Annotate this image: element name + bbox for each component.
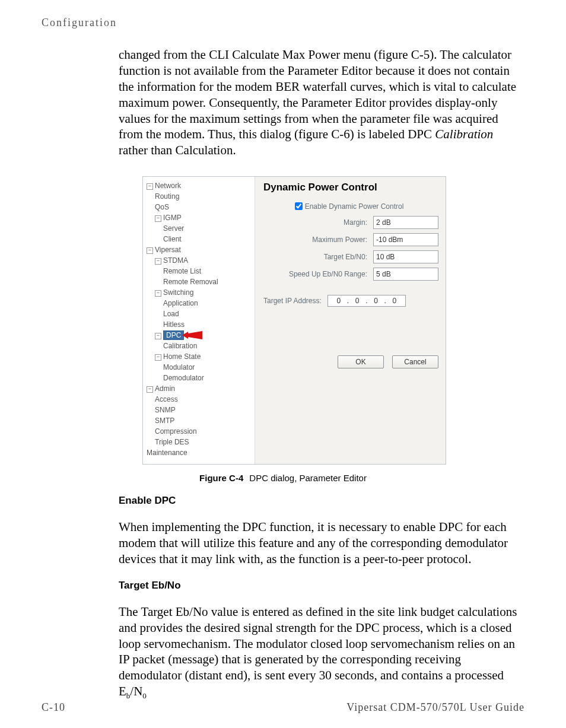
target-ebno-text: The Target Eb/No value is entered as def… (119, 605, 517, 698)
tree-pane: −Network Routing QoS −IGMP Server Client (143, 177, 255, 464)
collapse-icon[interactable]: − (155, 290, 161, 297)
figure-label: Figure C-4 (199, 473, 243, 483)
tree-node-calibration[interactable]: Calibration (163, 341, 252, 351)
tree-node-remote-removal[interactable]: Remote Removal (163, 276, 252, 287)
target-ebno-paragraph: The Target Eb/No value is entered as def… (119, 604, 524, 701)
margin-row: Margin: (263, 216, 438, 229)
footer-title: Vipersat CDM-570/570L User Guide (346, 701, 524, 714)
enable-dpc-row: Enable Dynamic Power Control (263, 201, 438, 212)
target-ip-label: Target IP Address: (263, 297, 322, 305)
speedup-row: Speed Up Eb/N0 Range: (263, 268, 438, 281)
ip-octet-1[interactable] (332, 297, 346, 305)
tree-node-hitless[interactable]: Hitless (163, 319, 252, 330)
target-ip-row: Target IP Address: . . . (263, 295, 438, 307)
tree-selected-dpc[interactable]: DPC (163, 330, 184, 340)
figure-dialog: −Network Routing QoS −IGMP Server Client (142, 176, 524, 465)
dpc-dialog: −Network Routing QoS −IGMP Server Client (142, 176, 446, 465)
max-power-row: Maximum Power: (263, 233, 438, 246)
collapse-icon[interactable]: − (155, 354, 161, 361)
intro-tail: rather than Calculation. (119, 143, 236, 157)
tree-node-access[interactable]: Access (155, 394, 252, 405)
figure-text: DPC dialog, Parameter Editor (249, 473, 367, 483)
tree-node-triple-des[interactable]: Triple DES (155, 437, 252, 447)
dialog-title: Dynamic Power Control (263, 182, 438, 193)
tree-node-remote-list[interactable]: Remote List (163, 266, 252, 276)
max-power-input[interactable] (373, 233, 438, 246)
ok-button[interactable]: OK (338, 355, 384, 368)
tree-node-qos[interactable]: QoS (155, 202, 252, 212)
tree-node-smtp[interactable]: SMTP (155, 415, 252, 426)
dialog-button-row: OK Cancel (263, 355, 438, 368)
tree-node-network[interactable]: −Network Routing QoS −IGMP Server Client (147, 180, 252, 244)
heading-target-ebno: Target Eb/No (119, 580, 524, 592)
tree-node-snmp[interactable]: SNMP (155, 405, 252, 415)
ip-dot: . (383, 297, 387, 305)
target-ebn0-input[interactable] (373, 250, 438, 263)
collapse-icon[interactable]: − (155, 258, 161, 265)
tree-node-home-state[interactable]: −Home State Modulator Demodulator (155, 351, 252, 383)
tree-node-igmp[interactable]: −IGMP Server Client (155, 212, 252, 244)
page-number: C-10 (42, 701, 65, 714)
collapse-icon[interactable]: − (147, 386, 153, 393)
target-ebn0-label: Target Eb/N0: (324, 253, 367, 261)
dpc-form-pane: Dynamic Power Control Enable Dynamic Pow… (255, 177, 446, 464)
tree-node-demodulator[interactable]: Demodulator (163, 373, 252, 383)
tree-node-switching[interactable]: −Switching Application Load Hitless (155, 287, 252, 330)
running-head: Configuration (42, 17, 524, 29)
ip-octet-3[interactable] (369, 297, 383, 305)
tree-node-maintenance[interactable]: Maintenance (147, 447, 252, 458)
intro-italic: Calibration (435, 127, 493, 141)
speedup-label: Speed Up Eb/N0 Range: (289, 270, 367, 278)
target-ebno-between: /N (130, 684, 142, 698)
target-ip-input[interactable]: . . . (327, 295, 406, 307)
target-ebn0-row: Target Eb/N0: (263, 250, 438, 263)
tree-node-vipersat[interactable]: −Vipersat −STDMA Remote List Remote Remo… (147, 244, 252, 383)
collapse-icon[interactable]: − (147, 247, 153, 254)
ip-octet-2[interactable] (350, 297, 364, 305)
tree-node-dpc[interactable]: −DPC Calibration (155, 330, 252, 351)
tree-node-application[interactable]: Application (163, 298, 252, 309)
svg-marker-0 (182, 331, 202, 339)
enable-dpc-label: Enable Dynamic Power Control (305, 202, 404, 211)
enable-dpc-checkbox[interactable] (295, 202, 303, 210)
ip-dot: . (346, 297, 350, 305)
speedup-input[interactable] (373, 268, 438, 281)
heading-enable-dpc: Enable DPC (119, 495, 524, 507)
tree-node-compression[interactable]: Compression (155, 426, 252, 437)
intro-paragraph: changed from the CLI Calculate Max Power… (119, 47, 524, 158)
tree-node-server[interactable]: Server (163, 223, 252, 234)
ip-dot: . (364, 297, 368, 305)
ip-octet-4[interactable] (387, 297, 402, 305)
tree-node-load[interactable]: Load (163, 309, 252, 319)
page-footer: C-10 Vipersat CDM-570/570L User Guide (42, 701, 524, 714)
tree-node-stdma[interactable]: −STDMA Remote List Remote Removal (155, 255, 252, 287)
subscript-0: 0 (142, 691, 147, 700)
collapse-icon[interactable]: − (147, 183, 153, 190)
tree-node-modulator[interactable]: Modulator (163, 362, 252, 373)
max-power-label: Maximum Power: (312, 236, 367, 244)
margin-input[interactable] (373, 216, 438, 229)
figure-caption: Figure C-4DPC dialog, Parameter Editor (42, 473, 524, 483)
tree-node-routing[interactable]: Routing (155, 191, 252, 202)
margin-label: Margin: (344, 218, 367, 227)
enable-dpc-paragraph: When implementing the DPC function, it i… (119, 519, 524, 567)
tree-node-admin[interactable]: −Admin Access SNMP SMTP Compression Trip… (147, 383, 252, 447)
cancel-button[interactable]: Cancel (392, 355, 438, 368)
callout-arrow-icon (182, 331, 202, 339)
tree-node-client[interactable]: Client (163, 234, 252, 244)
collapse-icon[interactable]: − (155, 333, 161, 339)
collapse-icon[interactable]: − (155, 215, 161, 222)
